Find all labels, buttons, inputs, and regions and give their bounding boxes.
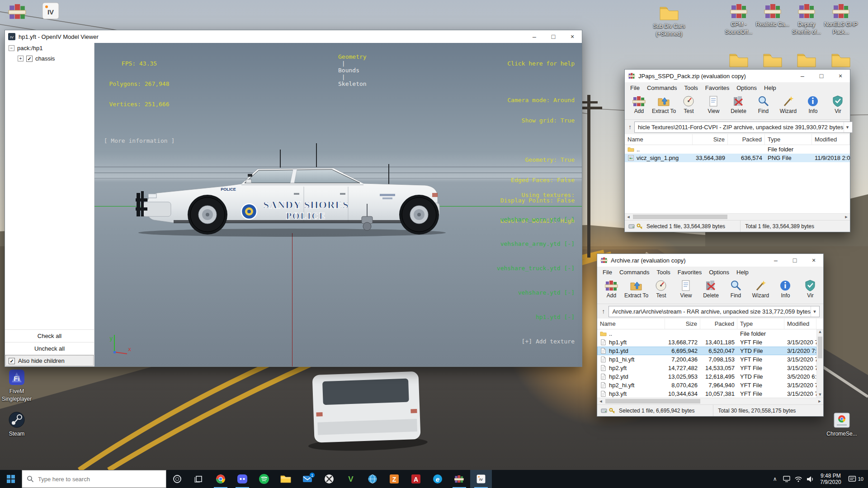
menu-options[interactable]: Options: [705, 267, 733, 277]
desktop-icon-fivem[interactable]: Fi FiveM Singleplayer: [0, 369, 36, 402]
scroll-left-icon[interactable]: ◄: [625, 215, 632, 219]
wizard-button[interactable]: Wizard: [748, 279, 773, 299]
more-information-link[interactable]: [ More information ]: [101, 137, 178, 144]
column-packed[interactable]: Packed: [700, 319, 737, 329]
info-button[interactable]: Info: [801, 95, 826, 114]
taskbar-file-explorer[interactable]: [275, 470, 297, 488]
winrar-titlebar[interactable]: JPaps_SSPD_Pack.zip (evaluation copy) – …: [625, 70, 850, 82]
maximize-button[interactable]: □: [785, 254, 804, 267]
add-texture-link[interactable]: [+] Add texture: [497, 338, 575, 346]
police-car-model[interactable]: POLICE SANDY SHORES POLICE: [136, 136, 452, 240]
taskbar-spotify[interactable]: [253, 470, 275, 488]
menu-file[interactable]: File: [599, 267, 616, 277]
menu-help[interactable]: Help: [733, 267, 752, 277]
chassis-checkbox[interactable]: ✓: [26, 56, 33, 62]
scrollbar-thumb[interactable]: [818, 337, 822, 358]
model-viewport[interactable]: POLICE SANDY SHORES POLICE: [94, 43, 582, 366]
tray-display-icon[interactable]: [781, 470, 793, 488]
openiv-titlebar[interactable]: IV hp1.yft - OpenIV Model Viewer – □ ×: [5, 30, 582, 43]
scroll-right-icon[interactable]: ►: [843, 215, 850, 219]
minimize-button[interactable]: –: [793, 70, 812, 82]
file-row-hp2-yft[interactable]: hp2.yft 14,727,482 14,533,057 YFT File 3…: [597, 364, 816, 372]
wizard-button[interactable]: Wizard: [776, 95, 801, 114]
add-button[interactable]: Add: [627, 95, 651, 114]
taskbar-z-app[interactable]: Z: [383, 470, 405, 488]
desktop-icon-deputy-sheriffs[interactable]: Deputy Sheriffs of...: [788, 3, 826, 35]
tab-skeleton[interactable]: Skeleton: [338, 80, 367, 87]
column-modified[interactable]: Modified: [812, 134, 850, 145]
file-row-hp1-ytd[interactable]: hp1.ytd 6,695,942 6,520,047 YTD File 3/1…: [597, 347, 816, 355]
taskbar-xbox[interactable]: [318, 470, 340, 488]
up-one-level-button[interactable]: ↑: [628, 122, 632, 132]
scrollbar-thumb[interactable]: [633, 215, 727, 219]
tray-volume-icon[interactable]: [804, 470, 816, 488]
taskbar-winrar[interactable]: [448, 470, 470, 488]
column-modified[interactable]: Modified: [784, 319, 816, 329]
desktop-icon-sub-div-cars[interactable]: Sub Div Cars (+Skinned): [650, 5, 688, 37]
address-combo[interactable]: hicle Textures\2011-Ford-CVPI - ZIP arch…: [634, 122, 853, 133]
tab-bounds[interactable]: Bounds: [338, 67, 359, 74]
search-input[interactable]: [38, 476, 151, 483]
file-row-hp2-hi-yft[interactable]: hp2_hi.yft 8,070,426 7,964,940 YFT File …: [597, 381, 816, 389]
file-row-hp1-hi-yft[interactable]: hp1_hi.yft 7,200,436 7,098,153 YFT File …: [597, 355, 816, 364]
desktop-icon-folder-2[interactable]: [754, 52, 792, 69]
menu-favorites[interactable]: Favorites: [674, 267, 705, 277]
taskbar-chrome[interactable]: [210, 470, 231, 488]
column-type[interactable]: Type: [737, 319, 784, 329]
desktop-icon-steam[interactable]: Steam: [0, 411, 36, 437]
vertical-scrollbar[interactable]: ▲ ▼: [816, 329, 823, 398]
taskbar-vortex[interactable]: V: [340, 470, 362, 488]
desktop-icon-gpm-soundoff[interactable]: GPM - SoundOff...: [720, 3, 758, 35]
scroll-left-icon[interactable]: ◄: [597, 399, 604, 404]
desktop-icon-folder-4[interactable]: [822, 52, 860, 69]
delete-button[interactable]: Delete: [698, 279, 723, 299]
help-link[interactable]: Click here for help: [500, 60, 575, 67]
taskbar-search[interactable]: [22, 470, 166, 488]
taskbar-mail[interactable]: 1: [297, 470, 318, 488]
test-button[interactable]: Test: [649, 279, 674, 299]
menu-commands[interactable]: Commands: [616, 267, 653, 277]
tree-item-chassis[interactable]: + ✓ chassis: [5, 53, 94, 64]
column-name[interactable]: Name: [597, 319, 665, 329]
dropdown-icon[interactable]: ▾: [844, 122, 851, 132]
collapse-icon[interactable]: −: [9, 45, 14, 51]
file-row-hp2-ytd[interactable]: hp2.ytd 13,025,953 12,618,495 YTD File 3…: [597, 372, 816, 381]
taskbar-a-app[interactable]: A: [405, 470, 427, 488]
column-type[interactable]: Type: [765, 134, 812, 145]
scroll-right-icon[interactable]: ►: [816, 399, 823, 404]
column-name[interactable]: Name: [625, 134, 693, 145]
horizontal-scrollbar[interactable]: ◄ ►: [625, 213, 850, 220]
taskbar-openiv[interactable]: IV: [470, 470, 492, 488]
info-button[interactable]: Info: [773, 279, 798, 299]
texture-link[interactable]: vehshare_army.ytd [-]: [497, 240, 575, 248]
desktop-icon-chrome-setup[interactable]: ChromeSe...: [823, 411, 861, 437]
menu-help[interactable]: Help: [760, 83, 780, 93]
tray-network-icon[interactable]: [793, 470, 804, 488]
also-hide-children-checkbox[interactable]: ✓: [9, 358, 15, 364]
winrar-titlebar[interactable]: Archive.rar (evaluation copy) – □ ×: [597, 254, 823, 267]
up-one-level-button[interactable]: ↑: [601, 306, 606, 317]
taskbar-task-view[interactable]: [188, 470, 210, 488]
desktop-icon-openiv-shortcut[interactable]: IV: [32, 2, 70, 20]
texture-link[interactable]: vehshare_truck.ytd [-]: [497, 264, 575, 272]
tree-root-pack-hp1[interactable]: − pack:/hp1: [5, 43, 94, 53]
maximize-button[interactable]: □: [544, 30, 563, 43]
taskbar-edge[interactable]: e: [427, 470, 448, 488]
delete-button[interactable]: Delete: [726, 95, 751, 114]
close-button[interactable]: ×: [804, 254, 823, 267]
virusscan-button[interactable]: Vir: [826, 95, 850, 114]
desktop-icon-folder-3[interactable]: [788, 52, 826, 69]
tab-geometry[interactable]: Geometry: [338, 53, 367, 60]
test-button[interactable]: Test: [676, 95, 701, 114]
menu-commands[interactable]: Commands: [643, 83, 680, 93]
menu-file[interactable]: File: [627, 83, 643, 93]
scroll-down-icon[interactable]: ▼: [817, 392, 823, 397]
file-row-hp3-yft[interactable]: hp3.yft 10,344,634 10,057,381 YFT File 3…: [597, 389, 816, 398]
extract-to-button[interactable]: Extract To: [624, 279, 649, 299]
texture-link[interactable]: vehshare.ytd [-]: [497, 289, 575, 297]
menu-tools[interactable]: Tools: [653, 267, 674, 277]
taskbar-browser-globe[interactable]: [362, 470, 383, 488]
view-button[interactable]: View: [701, 95, 726, 114]
file-row-up[interactable]: .. File folder: [597, 329, 816, 338]
view-button[interactable]: View: [674, 279, 698, 299]
